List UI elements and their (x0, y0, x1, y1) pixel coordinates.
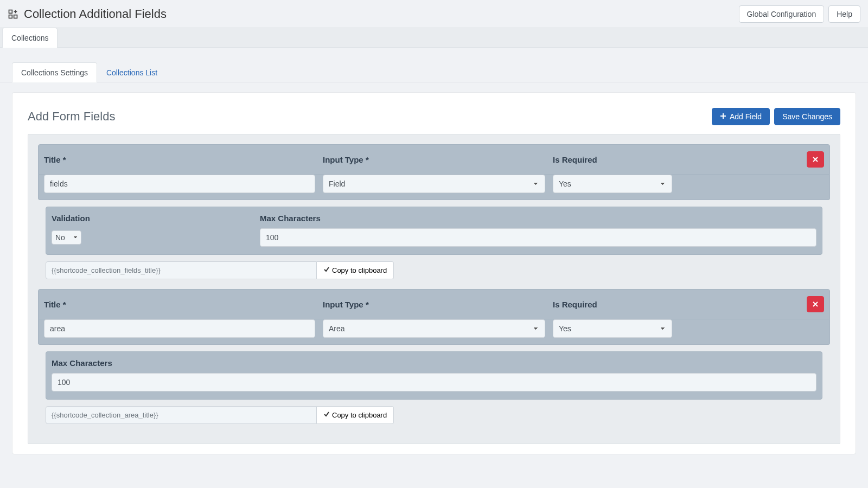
card-actions: Add Field Save Changes (712, 108, 840, 125)
field-group: Title * Input Type * Is Required (38, 289, 830, 424)
max-characters-input[interactable] (52, 373, 816, 391)
grid-plus-icon (8, 9, 18, 20)
header-buttons: Global Configuration Help (739, 5, 860, 23)
label-title: Title * (44, 155, 315, 164)
copy-label: Copy to clipboard (332, 266, 387, 274)
page-title-wrap: Collection Additional Fields (8, 7, 167, 21)
field-row-body: Field Yes (38, 175, 830, 200)
label-is-required: Is Required (553, 155, 672, 164)
copy-to-clipboard-button[interactable]: Copy to clipboard (317, 261, 394, 279)
label-is-required: Is Required (553, 300, 672, 309)
is-required-select[interactable]: Yes (553, 175, 672, 193)
card-header: Add Form Fields Add Field Save Changes (28, 108, 840, 125)
page-title: Collection Additional Fields (24, 7, 167, 21)
title-input[interactable] (44, 319, 315, 338)
close-icon (813, 155, 818, 164)
check-icon (323, 266, 330, 274)
svg-rect-1 (9, 15, 12, 18)
svg-rect-2 (14, 15, 17, 18)
validation-select[interactable]: No (52, 230, 81, 245)
delete-field-button[interactable] (807, 151, 824, 168)
input-type-select[interactable]: Area (323, 319, 545, 338)
shortcode-row: Copy to clipboard (46, 406, 822, 424)
field-row-header: Title * Input Type * Is Required (38, 144, 830, 175)
svg-rect-0 (9, 10, 12, 14)
sub-row: Validation Max Characters No (46, 207, 822, 255)
label-validation: Validation (52, 214, 252, 223)
field-row-header: Title * Input Type * Is Required (38, 289, 830, 319)
tab-collections[interactable]: Collections (2, 28, 58, 48)
max-characters-input[interactable] (260, 228, 816, 247)
is-required-select[interactable]: Yes (553, 319, 672, 338)
add-field-label: Add Field (730, 112, 762, 121)
shortcode-row: Copy to clipboard (46, 261, 822, 279)
card-title: Add Form Fields (28, 110, 115, 124)
close-icon (813, 300, 818, 309)
global-configuration-button[interactable]: Global Configuration (739, 5, 825, 23)
help-button[interactable]: Help (828, 5, 860, 23)
tab-nav: Collections Settings Collections List (0, 62, 868, 82)
add-field-button[interactable]: Add Field (712, 108, 770, 125)
title-input[interactable] (44, 175, 315, 193)
shortcode-input[interactable] (46, 406, 317, 424)
label-max-characters: Max Characters (52, 358, 816, 368)
tab-collections-list[interactable]: Collections List (97, 62, 167, 82)
tabs-top: Collections (0, 27, 868, 48)
input-type-select[interactable]: Field (323, 175, 545, 193)
copy-label: Copy to clipboard (332, 411, 387, 419)
label-input-type: Input Type * (323, 155, 545, 164)
field-group: Title * Input Type * Is Required (38, 144, 830, 279)
label-title: Title * (44, 300, 315, 309)
label-max-characters: Max Characters (260, 214, 816, 223)
card: Add Form Fields Add Field Save Changes T… (12, 92, 856, 454)
tab-collections-settings[interactable]: Collections Settings (12, 62, 97, 82)
delete-field-button[interactable] (807, 296, 824, 312)
sub-row: Max Characters (46, 351, 822, 400)
copy-to-clipboard-button[interactable]: Copy to clipboard (317, 406, 394, 424)
plus-icon (720, 112, 726, 121)
shortcode-input[interactable] (46, 261, 317, 279)
page-header: Collection Additional Fields Global Conf… (0, 0, 868, 27)
save-changes-button[interactable]: Save Changes (774, 108, 840, 125)
content-wrap: Add Form Fields Add Field Save Changes T… (0, 82, 868, 464)
fields-container: Title * Input Type * Is Required (28, 134, 840, 444)
label-input-type: Input Type * (323, 300, 545, 309)
field-row-body: Area Yes (38, 319, 830, 345)
check-icon (323, 411, 330, 419)
